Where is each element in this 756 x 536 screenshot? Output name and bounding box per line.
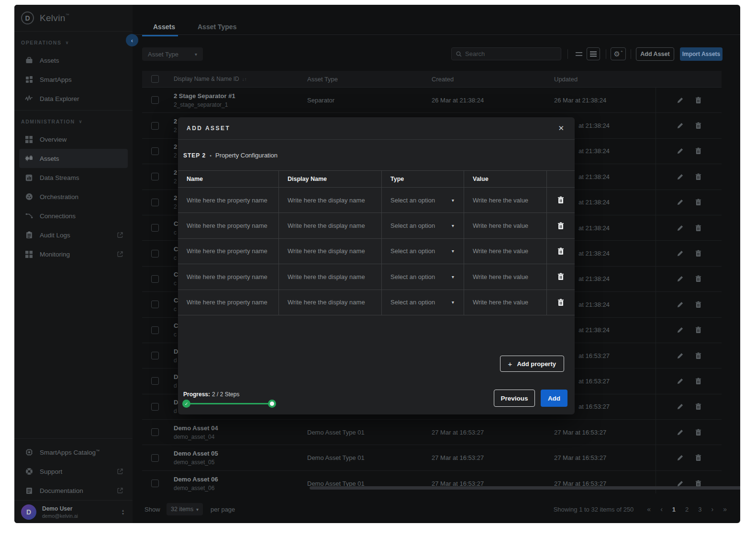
- row-checkbox[interactable]: [151, 301, 159, 308]
- property-name-input[interactable]: Write here the property name: [187, 197, 267, 204]
- table-row[interactable]: Demo Asset 04demo_asset_04 Demo Asset Ty…: [142, 420, 722, 445]
- sidebar-item-assets-operations[interactable]: Assets: [14, 51, 133, 70]
- delete-icon[interactable]: [695, 147, 701, 155]
- property-type-select[interactable]: Select an option▾: [382, 188, 464, 212]
- property-value-input[interactable]: Write here the value: [473, 222, 528, 229]
- row-checkbox[interactable]: [151, 122, 159, 130]
- property-name-input[interactable]: Write here the property name: [187, 299, 267, 306]
- sidebar-item-data-streams[interactable]: Data Streams: [14, 168, 133, 187]
- edit-icon[interactable]: [677, 454, 684, 461]
- edit-icon[interactable]: [677, 147, 684, 155]
- delete-property-icon[interactable]: [557, 222, 564, 230]
- items-per-page-dropdown[interactable]: 32 items▾: [167, 503, 203, 515]
- delete-property-icon[interactable]: [557, 299, 564, 306]
- row-checkbox[interactable]: [151, 147, 159, 155]
- property-display-name-input[interactable]: Write here the display name: [288, 247, 365, 255]
- edit-icon[interactable]: [677, 352, 684, 359]
- edit-icon[interactable]: [677, 403, 684, 410]
- property-name-input[interactable]: Write here the property name: [187, 273, 267, 280]
- delete-icon[interactable]: [695, 429, 701, 436]
- sidebar-item-assets-administration[interactable]: Assets: [19, 149, 128, 168]
- tab-asset-types[interactable]: Asset Types: [198, 23, 236, 31]
- property-type-select[interactable]: Select an option▾: [382, 264, 464, 289]
- row-checkbox[interactable]: [151, 96, 159, 104]
- row-checkbox[interactable]: [151, 326, 159, 334]
- delete-icon[interactable]: [695, 173, 701, 180]
- property-display-name-input[interactable]: Write here the display name: [288, 197, 365, 204]
- edit-icon[interactable]: [677, 122, 684, 129]
- table-row[interactable]: Demo Asset 05demo_asset_05 Demo Asset Ty…: [142, 445, 722, 470]
- delete-property-icon[interactable]: [557, 196, 564, 204]
- user-menu[interactable]: D Demo User demo@kelvin.ai ▴▾: [14, 500, 133, 523]
- select-all-checkbox[interactable]: [151, 75, 159, 83]
- property-type-select[interactable]: Select an option▾: [382, 239, 464, 264]
- delete-icon[interactable]: [695, 301, 701, 308]
- property-type-select[interactable]: Select an option▾: [382, 290, 464, 315]
- sidebar-item-monitoring[interactable]: Monitoring: [14, 245, 133, 264]
- table-settings-gear-button[interactable]: ⚙+: [611, 47, 626, 60]
- row-checkbox[interactable]: [151, 275, 159, 283]
- row-checkbox[interactable]: [151, 352, 159, 359]
- sidebar-item-smartapps-catalog[interactable]: SmartApps Catalog™: [14, 443, 133, 462]
- sidebar-item-orchestration[interactable]: Orchestration: [14, 187, 133, 206]
- property-value-input[interactable]: Write here the value: [473, 197, 528, 204]
- delete-icon[interactable]: [695, 352, 701, 359]
- row-checkbox[interactable]: [151, 428, 159, 436]
- column-header-name[interactable]: Display Name & Name ID: [174, 76, 239, 82]
- row-checkbox[interactable]: [151, 403, 159, 411]
- horizontal-scrollbar[interactable]: [310, 486, 740, 490]
- sidebar-item-audit-logs[interactable]: Audit Logs: [14, 225, 133, 245]
- previous-button[interactable]: Previous: [494, 390, 535, 407]
- delete-property-icon[interactable]: [557, 273, 564, 280]
- page-1-button[interactable]: 1: [672, 506, 676, 513]
- sort-icon[interactable]: ↓↑: [242, 77, 247, 82]
- column-header-created[interactable]: Created: [427, 76, 549, 83]
- property-value-input[interactable]: Write here the value: [473, 273, 528, 280]
- delete-icon[interactable]: [695, 97, 701, 104]
- row-density-compact-button[interactable]: [587, 47, 600, 60]
- add-property-button[interactable]: + Add property: [500, 356, 564, 372]
- column-header-type[interactable]: Asset Type: [302, 76, 427, 83]
- next-page-button[interactable]: ›: [712, 505, 714, 513]
- delete-icon[interactable]: [695, 199, 701, 206]
- edit-icon[interactable]: [677, 97, 684, 104]
- row-checkbox[interactable]: [151, 224, 159, 232]
- delete-icon[interactable]: [695, 378, 701, 385]
- property-display-name-input[interactable]: Write here the display name: [288, 299, 365, 306]
- sidebar-collapse-button[interactable]: ‹: [126, 34, 138, 46]
- property-value-input[interactable]: Write here the value: [473, 247, 528, 255]
- delete-property-icon[interactable]: [557, 247, 564, 255]
- table-row[interactable]: Demo Asset 06demo_asset_06 Demo Asset Ty…: [142, 471, 722, 493]
- delete-icon[interactable]: [695, 403, 701, 410]
- row-checkbox[interactable]: [151, 454, 159, 462]
- delete-icon[interactable]: [695, 454, 701, 461]
- row-checkbox[interactable]: [151, 173, 159, 180]
- close-icon[interactable]: ✕: [558, 124, 564, 133]
- search-input[interactable]: Search: [451, 47, 561, 60]
- edit-icon[interactable]: [677, 199, 684, 206]
- row-checkbox[interactable]: [151, 480, 159, 487]
- add-asset-button[interactable]: Add Asset: [636, 47, 674, 61]
- edit-icon[interactable]: [677, 173, 684, 180]
- tab-assets[interactable]: Assets: [153, 23, 175, 31]
- sidebar-item-connections[interactable]: Connections: [14, 206, 133, 225]
- property-name-input[interactable]: Write here the property name: [187, 247, 267, 255]
- delete-icon[interactable]: [695, 224, 701, 232]
- page-2-button[interactable]: 2: [685, 506, 689, 513]
- edit-icon[interactable]: [677, 378, 684, 385]
- edit-icon[interactable]: [677, 250, 684, 257]
- edit-icon[interactable]: [677, 429, 684, 436]
- property-display-name-input[interactable]: Write here the display name: [288, 222, 365, 229]
- last-page-button[interactable]: »: [723, 505, 727, 513]
- previous-page-button[interactable]: ‹: [660, 505, 663, 513]
- delete-icon[interactable]: [695, 326, 701, 334]
- edit-icon[interactable]: [677, 326, 684, 334]
- first-page-button[interactable]: «: [647, 505, 651, 513]
- add-button[interactable]: Add: [541, 390, 567, 407]
- edit-icon[interactable]: [677, 224, 684, 232]
- edit-icon[interactable]: [677, 275, 684, 282]
- row-checkbox[interactable]: [151, 377, 159, 385]
- table-row[interactable]: 2 Stage Separator #12_stage_separator_1 …: [142, 88, 722, 113]
- import-assets-button[interactable]: Import Assets: [680, 47, 723, 61]
- sidebar-section-administration[interactable]: ADMINISTRATION∨: [14, 113, 133, 130]
